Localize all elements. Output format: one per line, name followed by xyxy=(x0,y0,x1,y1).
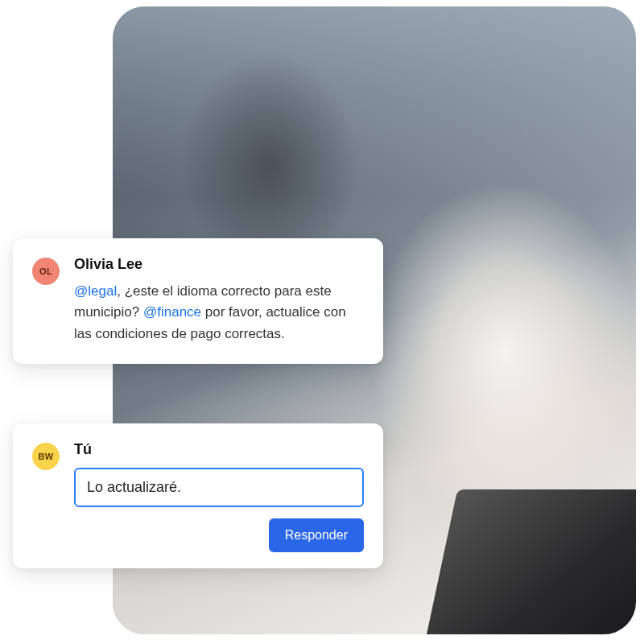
reply-button[interactable]: Responder xyxy=(269,518,364,552)
reply-author: Tú xyxy=(74,441,364,458)
avatar: OL xyxy=(32,258,60,285)
comment-author: Olivia Lee xyxy=(74,256,364,273)
reply-input[interactable] xyxy=(74,468,364,507)
avatar: BW xyxy=(32,443,60,470)
mention-finance[interactable]: @finance xyxy=(143,304,201,320)
comment-message: @legal, ¿este el idioma correcto para es… xyxy=(74,281,364,345)
reply-card: BW Tú Responder xyxy=(13,423,383,568)
comment-card: OL Olivia Lee @legal, ¿este el idioma co… xyxy=(13,238,383,364)
mention-legal[interactable]: @legal xyxy=(74,283,117,299)
